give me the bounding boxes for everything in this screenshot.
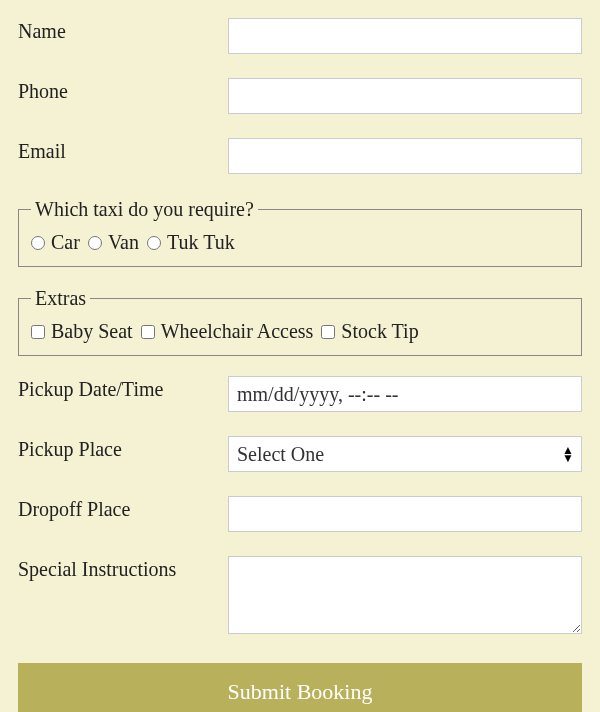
email-input[interactable] <box>228 138 582 174</box>
dropoff-place-row: Dropoff Place <box>18 496 582 532</box>
extra-option-wheelchair[interactable]: Wheelchair Access <box>141 320 314 343</box>
pickup-datetime-placeholder: mm/dd/yyyy, --:-- -- <box>237 383 398 406</box>
taxi-type-options: Car Van Tuk Tuk <box>31 231 569 254</box>
special-instructions-label: Special Instructions <box>18 556 228 581</box>
extra-checkbox-wheelchair[interactable] <box>141 325 155 339</box>
email-label: Email <box>18 138 228 163</box>
taxi-radio-van[interactable] <box>88 236 102 250</box>
taxi-label-van: Van <box>108 231 139 254</box>
pickup-place-label: Pickup Place <box>18 436 228 461</box>
taxi-type-legend: Which taxi do you require? <box>31 198 258 221</box>
booking-form: Name Phone Email Which taxi do you requi… <box>18 18 582 712</box>
extra-label-baby-seat: Baby Seat <box>51 320 133 343</box>
dropoff-place-input[interactable] <box>228 496 582 532</box>
phone-label: Phone <box>18 78 228 103</box>
pickup-datetime-input[interactable]: mm/dd/yyyy, --:-- -- <box>228 376 582 412</box>
pickup-place-select[interactable]: Select One <box>228 436 582 472</box>
name-input[interactable] <box>228 18 582 54</box>
submit-booking-button[interactable]: Submit Booking <box>18 663 582 712</box>
dropoff-place-label: Dropoff Place <box>18 496 228 521</box>
taxi-label-car: Car <box>51 231 80 254</box>
extra-checkbox-baby-seat[interactable] <box>31 325 45 339</box>
pickup-datetime-row: Pickup Date/Time mm/dd/yyyy, --:-- -- <box>18 376 582 412</box>
special-instructions-input[interactable] <box>228 556 582 634</box>
name-row: Name <box>18 18 582 54</box>
email-row: Email <box>18 138 582 174</box>
name-label: Name <box>18 18 228 43</box>
special-instructions-row: Special Instructions <box>18 556 582 639</box>
extras-legend: Extras <box>31 287 90 310</box>
phone-input[interactable] <box>228 78 582 114</box>
extra-option-stock-tip[interactable]: Stock Tip <box>321 320 418 343</box>
extras-fieldset: Extras Baby Seat Wheelchair Access Stock… <box>18 287 582 356</box>
pickup-place-row: Pickup Place Select One ▲▼ <box>18 436 582 472</box>
extra-checkbox-stock-tip[interactable] <box>321 325 335 339</box>
taxi-option-car[interactable]: Car <box>31 231 80 254</box>
extras-options: Baby Seat Wheelchair Access Stock Tip <box>31 320 569 343</box>
taxi-radio-tuktuk[interactable] <box>147 236 161 250</box>
extra-label-stock-tip: Stock Tip <box>341 320 418 343</box>
taxi-type-fieldset: Which taxi do you require? Car Van Tuk T… <box>18 198 582 267</box>
taxi-label-tuktuk: Tuk Tuk <box>167 231 235 254</box>
phone-row: Phone <box>18 78 582 114</box>
taxi-option-tuktuk[interactable]: Tuk Tuk <box>147 231 235 254</box>
extra-label-wheelchair: Wheelchair Access <box>161 320 314 343</box>
pickup-datetime-label: Pickup Date/Time <box>18 376 228 401</box>
extra-option-baby-seat[interactable]: Baby Seat <box>31 320 133 343</box>
taxi-radio-car[interactable] <box>31 236 45 250</box>
taxi-option-van[interactable]: Van <box>88 231 139 254</box>
